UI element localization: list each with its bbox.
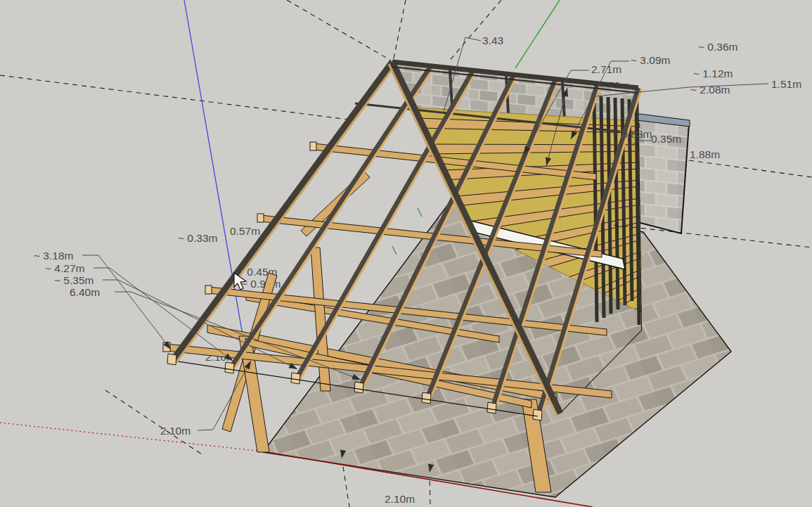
dimension-label[interactable]: ~ 1.12m (693, 68, 733, 79)
dimension-label[interactable]: ~ 3.09m (631, 54, 670, 66)
dimension-label[interactable]: ~ 2.08m (690, 84, 730, 96)
dimension-label[interactable]: 2.10m (385, 493, 415, 505)
dimension-label[interactable]: 0.35m (651, 133, 681, 145)
dimension-label[interactable]: ~ 0.36m (698, 41, 737, 53)
dimension-label[interactable]: ~ 5.35m (54, 274, 94, 286)
dimension-label[interactable]: 2.71m (591, 63, 621, 75)
dimension-label[interactable]: 2.10m (160, 425, 191, 437)
dimension-label[interactable]: 1.51m (771, 78, 801, 90)
dimension-label[interactable]: 6.40m (70, 286, 100, 298)
dimension-label[interactable]: ~ 3.18m (34, 250, 73, 262)
dimension-label[interactable]: 0.57m (230, 225, 260, 237)
dimension-label[interactable]: ~ 0.33m (178, 232, 217, 244)
dimension-label[interactable]: ~ 0.83m (612, 128, 652, 140)
dimension-label[interactable]: 1.88m (690, 148, 720, 160)
model-viewport[interactable]: 2.50m 1.93m 1.58m 1.21m ~ 0.32m 2.10m ~ … (0, 0, 812, 507)
dimension-label[interactable]: ~ 4.27m (45, 262, 84, 274)
dimension-label[interactable]: 3.43 (482, 34, 503, 46)
